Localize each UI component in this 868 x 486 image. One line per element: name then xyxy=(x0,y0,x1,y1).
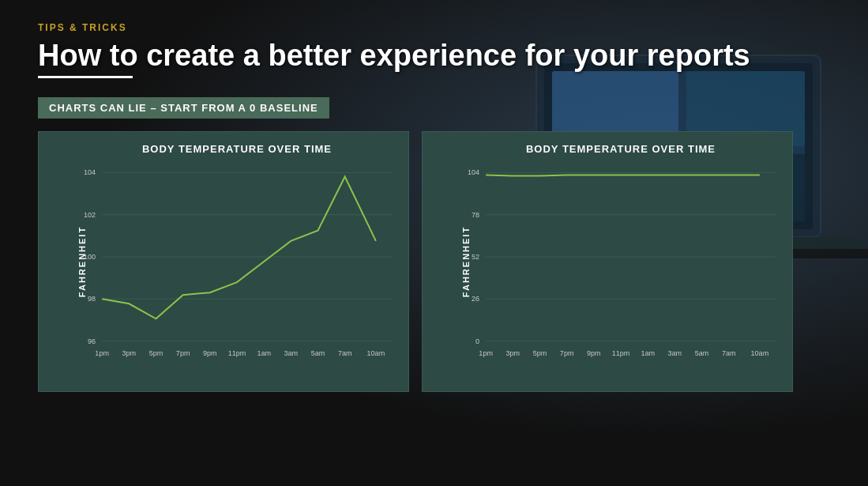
svg-text:98: 98 xyxy=(88,295,96,303)
svg-text:11pm: 11pm xyxy=(228,348,246,356)
svg-text:78: 78 xyxy=(472,211,479,219)
chart2-y-label: FAHRENHEIT xyxy=(461,226,471,297)
svg-text:3pm: 3pm xyxy=(122,348,137,356)
main-content: TIPS & TRICKS How to create a better exp… xyxy=(0,0,868,408)
svg-text:1pm: 1pm xyxy=(95,348,109,356)
svg-text:10am: 10am xyxy=(367,348,385,356)
chart1-title: BODY TEMPERATURE OVER TIME xyxy=(78,143,396,155)
svg-text:26: 26 xyxy=(472,295,479,303)
svg-text:0: 0 xyxy=(475,337,479,345)
svg-text:10am: 10am xyxy=(751,348,769,356)
svg-text:52: 52 xyxy=(472,253,479,261)
svg-text:11pm: 11pm xyxy=(612,348,630,356)
svg-text:7am: 7am xyxy=(722,348,736,356)
svg-text:7pm: 7pm xyxy=(560,348,574,356)
chart2-container: BODY TEMPERATURE OVER TIME FAHRENHEIT 10… xyxy=(422,131,793,392)
svg-text:3pm: 3pm xyxy=(506,348,520,356)
svg-text:1pm: 1pm xyxy=(479,348,493,356)
svg-text:9pm: 9pm xyxy=(203,348,217,356)
svg-text:9pm: 9pm xyxy=(587,348,601,356)
chart2-title: BODY TEMPERATURE OVER TIME xyxy=(462,143,780,155)
charts-row: BODY TEMPERATURE OVER TIME FAHRENHEIT 10… xyxy=(38,131,830,392)
svg-text:5am: 5am xyxy=(311,348,325,356)
svg-text:1am: 1am xyxy=(641,348,655,356)
svg-text:5am: 5am xyxy=(695,348,709,356)
chart1-y-label: FAHRENHEIT xyxy=(77,226,87,297)
svg-text:102: 102 xyxy=(84,211,96,219)
chart1-container: BODY TEMPERATURE OVER TIME FAHRENHEIT 10… xyxy=(38,131,409,392)
svg-text:7pm: 7pm xyxy=(176,348,190,356)
tips-label: TIPS & TRICKS xyxy=(38,22,830,33)
svg-text:104: 104 xyxy=(468,168,479,176)
chart2-svg: 104 78 52 26 0 1pm 3pm 5pm 7pm 9pm 11pm … xyxy=(462,161,780,367)
svg-text:3am: 3am xyxy=(668,348,682,356)
svg-text:3am: 3am xyxy=(284,348,299,356)
svg-text:7am: 7am xyxy=(338,348,352,356)
title-underline xyxy=(38,76,133,78)
svg-text:5pm: 5pm xyxy=(533,348,547,356)
section-label: CHARTS CAN LIE – START FROM A 0 BASELINE xyxy=(38,97,329,119)
chart1-svg: 104 102 100 98 96 1pm 3pm 5pm 7pm 9pm 11… xyxy=(78,161,396,367)
svg-text:96: 96 xyxy=(88,337,96,345)
svg-text:5pm: 5pm xyxy=(149,348,163,356)
svg-text:1am: 1am xyxy=(257,348,271,356)
svg-text:104: 104 xyxy=(84,168,96,176)
main-title: How to create a better experience for yo… xyxy=(38,40,830,73)
